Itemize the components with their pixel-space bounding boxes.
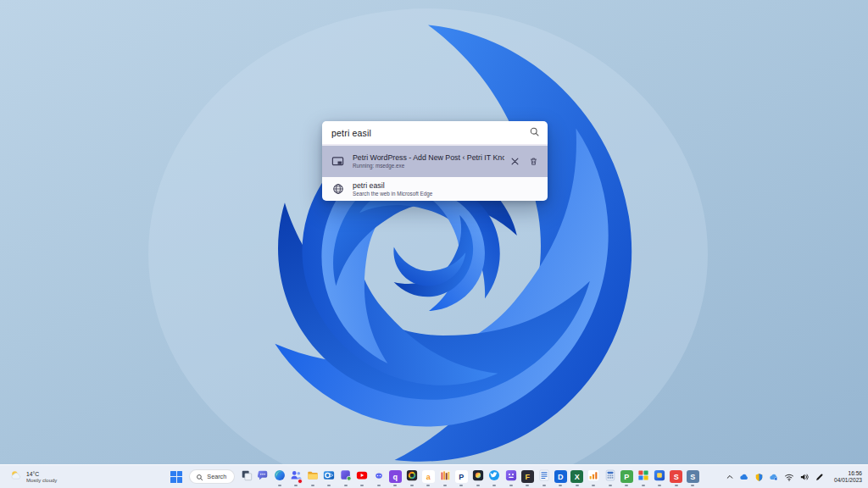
taskbar-app-office[interactable]: [338, 468, 353, 486]
running-indicator: [691, 485, 694, 486]
taskbar-app-teams-chat[interactable]: [256, 468, 270, 486]
running-indicator: [625, 485, 628, 486]
search-result-row[interactable]: petri easilSearch the web in Microsoft E…: [322, 177, 548, 201]
taskbar-app-purple-face-app[interactable]: [504, 468, 518, 486]
teams-chat-icon: [257, 469, 269, 485]
taskbar-app-paypal[interactable]: P: [454, 468, 469, 486]
search-input[interactable]: petri easil: [322, 121, 548, 146]
taskbar-app-blue-tile-app[interactable]: [653, 468, 667, 486]
file-explorer-icon: [307, 469, 319, 485]
security-shield-icon[interactable]: [753, 469, 766, 485]
taskbar-app-discord[interactable]: [371, 468, 386, 486]
dark-f-app-icon: F: [521, 470, 534, 483]
weather-condition: Mostly cloudy: [26, 478, 57, 484]
delete-entry-button[interactable]: [528, 156, 539, 167]
taskbar-app-teams[interactable]: [289, 468, 303, 486]
wallpaper-bloom: [0, 0, 868, 488]
running-indicator: [526, 485, 529, 486]
search-icon: [529, 125, 540, 141]
pen-icon[interactable]: [813, 469, 826, 485]
start-button[interactable]: [168, 468, 185, 486]
taskbar-app-green-p-app[interactable]: P: [620, 468, 634, 486]
running-indicator: [642, 485, 645, 486]
taskbar-app-twitter[interactable]: [487, 468, 502, 486]
volume-icon[interactable]: [798, 469, 812, 485]
search-result-actions: [509, 156, 539, 167]
paypal-icon: P: [455, 470, 468, 483]
running-indicator: [278, 485, 281, 486]
analytics-icon: [587, 469, 599, 485]
search-result-row[interactable]: Petri WordPress - Add New Post ‹ Petri I…: [322, 146, 548, 177]
purple-app-icon: q: [389, 470, 402, 483]
run-search-popup: petri easil Petri WordPress - Add New Po…: [322, 121, 548, 201]
task-view-icon: [241, 469, 253, 485]
taskbar-search-label: Search: [207, 473, 226, 480]
taskbar-clock[interactable]: 16:56 04/01/2023: [830, 467, 865, 487]
running-indicator: [476, 485, 480, 486]
excel-icon: X: [570, 470, 583, 483]
taskbar-app-stripes-app[interactable]: [437, 468, 452, 486]
globe-icon: [331, 183, 345, 195]
taskbar-app-document-app[interactable]: [537, 468, 551, 486]
taskbar-search-box[interactable]: Search: [189, 469, 235, 484]
wifi-icon[interactable]: [782, 469, 797, 485]
taskbar-app-amazon[interactable]: a: [421, 468, 436, 486]
stripes-app-icon: [439, 469, 451, 485]
blue-tile-app-icon: [654, 469, 665, 485]
taskbar-app-snagit[interactable]: S: [669, 468, 683, 486]
running-indicator: [294, 485, 298, 486]
office-icon: [340, 469, 352, 485]
search-result-title: petri easil: [353, 181, 539, 191]
weather-temperature: 14°C: [26, 471, 57, 478]
close-window-button[interactable]: [509, 156, 520, 167]
running-indicator: [311, 485, 314, 486]
purple-face-app-icon: [505, 469, 517, 485]
hidden-icons-chevron-icon[interactable]: [724, 469, 737, 485]
taskbar-app-analytics[interactable]: [587, 468, 601, 486]
running-indicator: [426, 485, 430, 486]
pinned-apps: qaPFDXPSS: [239, 468, 700, 486]
colorful-app-icon: [637, 469, 649, 485]
snagit-icon: S: [670, 470, 682, 483]
taskbar-app-colorful-app[interactable]: [636, 468, 650, 486]
taskbar-app-file-explorer[interactable]: [305, 468, 320, 486]
taskbar-app-dark-f-app[interactable]: F: [520, 468, 535, 486]
running-indicator: [542, 485, 546, 486]
system-tray: 16:56 04/01/2023: [722, 465, 865, 488]
running-indicator: [377, 485, 381, 486]
clock-time: 16:56: [834, 470, 862, 477]
running-indicator: [410, 485, 414, 486]
running-indicator: [509, 485, 513, 486]
taskbar-app-purple-app[interactable]: q: [388, 468, 403, 486]
youtube-icon: [356, 469, 368, 485]
taskbar-app-photos-camera[interactable]: [404, 468, 419, 486]
weather-widget[interactable]: 14°C Mostly cloudy: [4, 465, 62, 488]
search-results-list: Petri WordPress - Add New Post ‹ Petri I…: [322, 146, 548, 201]
running-indicator: [393, 485, 397, 486]
running-indicator: [344, 485, 348, 486]
running-indicator: [609, 485, 612, 486]
cloud-app-icon[interactable]: [767, 469, 782, 485]
dark-lens-app-icon: [472, 469, 484, 485]
taskbar-app-excel[interactable]: X: [570, 468, 584, 486]
windows-logo-icon: [170, 471, 182, 483]
search-result-texts: petri easilSearch the web in Microsoft E…: [353, 181, 539, 197]
taskbar-app-blue-badge-app[interactable]: D: [554, 468, 568, 486]
taskbar-app-youtube[interactable]: [355, 468, 370, 486]
taskbar-app-calculator[interactable]: [603, 468, 617, 486]
taskbar-app-outlook[interactable]: [322, 468, 337, 486]
onedrive-icon[interactable]: [737, 469, 752, 485]
window-icon: [331, 155, 345, 168]
taskbar: 14°C Mostly cloudy Search qaPFDXPSS 16:5…: [0, 464, 868, 488]
search-icon: [196, 469, 203, 485]
taskbar-app-dark-lens-app[interactable]: [470, 468, 485, 486]
taskbar-app-steam-app[interactable]: S: [686, 468, 700, 486]
notification-badge: [298, 479, 303, 484]
running-indicator: [592, 485, 595, 486]
outlook-icon: [323, 469, 335, 485]
photos-camera-icon: [406, 469, 418, 485]
taskbar-app-task-view[interactable]: [239, 468, 253, 486]
taskbar-app-edge[interactable]: [272, 468, 287, 486]
running-indicator: [675, 485, 678, 486]
taskbar-center: Search qaPFDXPSS: [168, 468, 699, 486]
